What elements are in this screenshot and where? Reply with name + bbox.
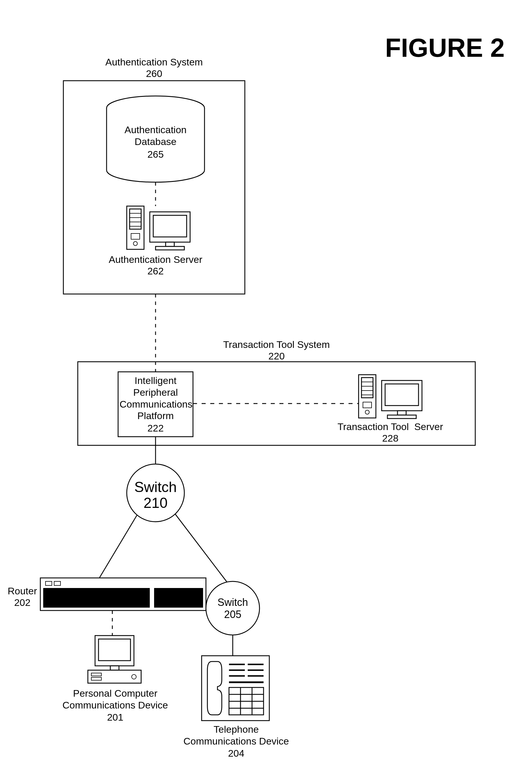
ipcp-ref: 222 bbox=[119, 422, 192, 434]
phone-title: Telephone Communications Device bbox=[173, 723, 300, 747]
router-ref: 202 bbox=[6, 597, 39, 608]
svg-point-29 bbox=[365, 410, 369, 414]
diagram-canvas bbox=[0, 0, 532, 782]
switch205-title: Switch bbox=[207, 596, 259, 608]
switch210-ref: 210 bbox=[127, 494, 184, 511]
switch205-ref: 205 bbox=[207, 608, 259, 620]
tx-server-title: Transaction Tool Server bbox=[322, 421, 458, 433]
svg-rect-15 bbox=[153, 215, 187, 237]
pc-title: Personal Computer Communications Device bbox=[55, 687, 176, 711]
tx-system-ref: 220 bbox=[184, 350, 369, 362]
tx-system-title: Transaction Tool System bbox=[184, 339, 369, 351]
switch210-title: Switch bbox=[127, 478, 184, 496]
auth-db-title: Authentication Database bbox=[107, 124, 204, 148]
tx-server-ref: 228 bbox=[322, 432, 458, 444]
svg-rect-28 bbox=[363, 402, 372, 408]
svg-rect-17 bbox=[156, 246, 184, 250]
auth-server-ref: 262 bbox=[86, 265, 225, 277]
svg-line-36 bbox=[100, 516, 137, 578]
auth-server-title: Authentication Server bbox=[86, 254, 225, 265]
svg-rect-47 bbox=[110, 666, 119, 670]
router-title: Router bbox=[6, 585, 39, 597]
auth-system-title: Authentication System bbox=[86, 56, 222, 68]
svg-rect-40 bbox=[154, 588, 203, 608]
svg-rect-12 bbox=[131, 234, 140, 239]
ipcp-title: Intelligent Peripheral Communications Pl… bbox=[119, 375, 192, 422]
svg-rect-32 bbox=[397, 411, 406, 415]
svg-point-13 bbox=[134, 242, 138, 246]
svg-point-51 bbox=[131, 674, 136, 679]
svg-rect-31 bbox=[385, 384, 419, 405]
svg-line-37 bbox=[175, 514, 228, 583]
auth-db-ref: 265 bbox=[107, 148, 204, 160]
svg-rect-33 bbox=[387, 415, 416, 419]
svg-rect-41 bbox=[151, 579, 153, 609]
svg-rect-16 bbox=[166, 242, 174, 246]
pc-ref: 201 bbox=[55, 711, 176, 723]
auth-system-ref: 260 bbox=[86, 68, 222, 79]
phone-ref: 204 bbox=[173, 747, 300, 759]
svg-rect-39 bbox=[43, 588, 150, 608]
svg-rect-46 bbox=[99, 639, 130, 661]
